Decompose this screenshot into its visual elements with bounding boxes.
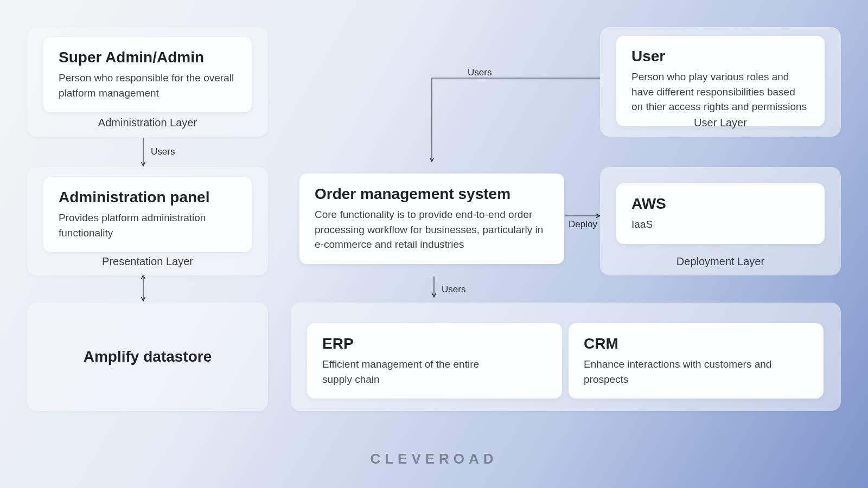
presentation-layer: Administration panel Provides platform a… [27,167,268,275]
card-desc: Core functionality is to provide end-to-… [315,207,549,252]
card-admin-panel: Administration panel Provides platform a… [43,177,252,252]
card-title: Order management system [315,185,549,203]
datastore-layer: Amplify datastore [27,303,268,411]
card-desc: Person who play various roles and have d… [631,69,809,114]
brand-watermark: CLEVEROAD [0,451,868,467]
edge-label-oms-integrations: Users [442,284,465,295]
card-title: Amplify datastore [84,348,212,365]
layer-label: User Layer [600,117,841,129]
card-user: User Person who play various roles and h… [616,36,825,126]
card-aws: AWS IaaS [616,183,825,244]
card-desc: Efficient management of the entire suppl… [322,357,507,387]
user-layer: User Person who play various roles and h… [600,27,841,137]
card-desc: Provides platform administration functio… [59,210,237,240]
card-oms: Order management system Core functionali… [299,174,564,264]
edge-label-user-to-oms: Users [468,67,492,78]
card-title: ERP [322,335,547,352]
card-desc: Enhance interactions with customers and … [584,357,808,387]
card-desc: IaaS [631,217,809,232]
card-title: User [631,48,809,65]
card-super-admin: Super Admin/Admin Person who responsible… [43,37,252,112]
card-title: CRM [584,335,808,352]
card-title: AWS [631,195,809,213]
card-title: Super Admin/Admin [59,49,237,66]
card-title: Administration panel [59,189,237,206]
edge-label-deploy: Deploy [569,219,597,230]
deployment-layer: AWS IaaS Deployment Layer [600,167,841,275]
layer-label: Deployment Layer [600,255,841,268]
layer-label: Presentation Layer [27,255,268,268]
edge-label-admin-users: Users [151,146,175,157]
layer-label: Administration Layer [27,117,268,129]
integrations-layer: ERP Efficient management of the entire s… [291,303,841,411]
card-crm: CRM Enhance interactions with customers … [569,323,824,399]
card-erp: ERP Efficient management of the entire s… [307,323,562,399]
card-desc: Person who responsible for the overall p… [59,70,237,100]
administration-layer: Super Admin/Admin Person who responsible… [27,27,268,137]
